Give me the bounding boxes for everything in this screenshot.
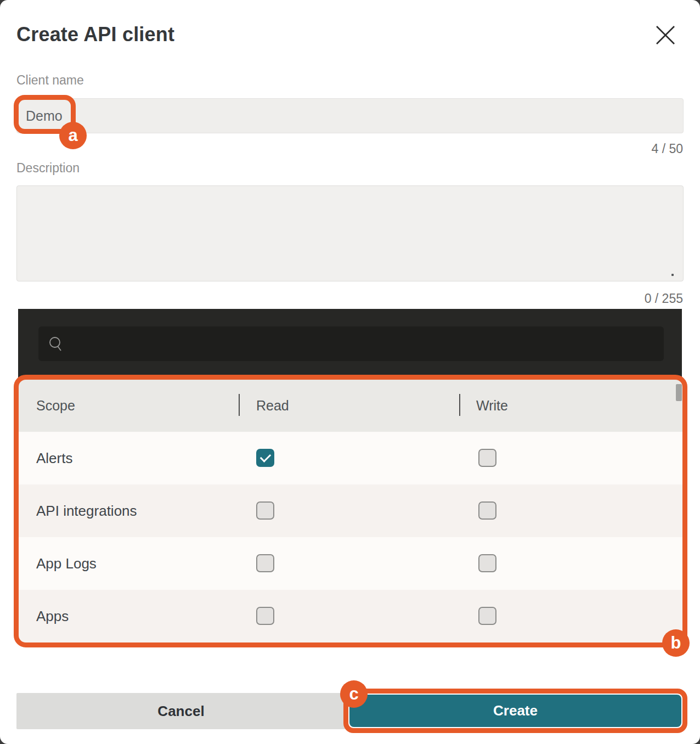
create-button[interactable]: Create <box>349 695 681 727</box>
search-icon <box>48 336 64 352</box>
scope-name: API integrations <box>36 503 137 520</box>
read-checkbox[interactable] <box>256 501 274 520</box>
description-textarea[interactable] <box>16 185 684 281</box>
column-header-read: Read <box>256 398 289 414</box>
table-row: API integrations <box>19 484 682 537</box>
scope-name: App Logs <box>36 555 97 572</box>
scope-name: Alerts <box>36 450 72 467</box>
close-icon <box>654 40 676 48</box>
annotation-badge-c: c <box>340 680 368 708</box>
scrollbar-thumb[interactable] <box>676 384 682 401</box>
search-field[interactable] <box>38 326 664 361</box>
header-divider <box>459 394 460 416</box>
description-label: Description <box>16 161 80 176</box>
scope-name: Apps <box>36 608 69 625</box>
write-checkbox[interactable] <box>478 501 496 520</box>
read-checkbox[interactable] <box>256 554 274 572</box>
scopes-table-header: Scope Read Write <box>19 380 682 432</box>
annotation-badge-a: a <box>59 122 87 149</box>
write-checkbox[interactable] <box>478 607 496 625</box>
search-input[interactable] <box>70 336 664 352</box>
scopes-search-panel <box>18 309 682 377</box>
create-api-client-modal: Create API client Client name a 4 / 50 D… <box>0 0 700 744</box>
textarea-resize-handle[interactable] <box>671 274 674 276</box>
read-checkbox[interactable] <box>256 607 274 625</box>
scopes-table-body: Alerts API integrations App Logs Apps <box>19 432 682 642</box>
write-checkbox[interactable] <box>478 449 496 467</box>
header-divider <box>239 394 240 416</box>
table-row: App Logs <box>19 537 682 590</box>
read-checkbox[interactable] <box>256 449 274 467</box>
close-button[interactable] <box>654 24 677 47</box>
write-checkbox[interactable] <box>478 554 496 572</box>
table-row: Alerts <box>19 432 682 484</box>
table-row: Apps <box>19 590 682 642</box>
scopes-table: Scope Read Write Alerts API integrations… <box>19 380 682 642</box>
column-header-scope: Scope <box>36 398 75 414</box>
description-counter: 0 / 255 <box>645 291 683 306</box>
cancel-button[interactable]: Cancel <box>16 693 346 729</box>
client-name-input[interactable] <box>16 98 684 133</box>
annotation-badge-b: b <box>662 629 690 657</box>
page-title: Create API client <box>16 23 174 46</box>
client-name-label: Client name <box>16 73 84 88</box>
client-name-counter: 4 / 50 <box>651 142 683 156</box>
column-header-write: Write <box>476 398 508 414</box>
